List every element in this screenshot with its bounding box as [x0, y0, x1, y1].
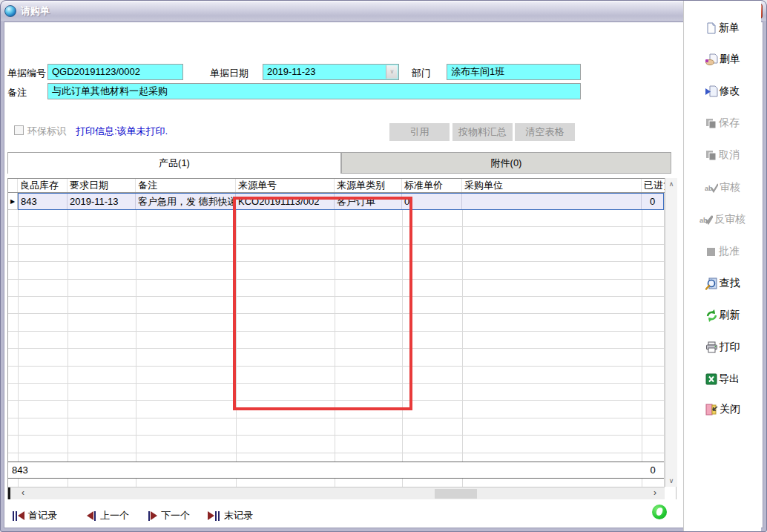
save-button: 保存 — [684, 114, 761, 133]
tab-attachment[interactable]: 附件(0) — [341, 152, 671, 174]
approve-button: 批准 — [684, 242, 761, 261]
app-window: 请购单 ▁ □ ✕ 单据编号 QGD20191123/0002 单据日期 201… — [0, 0, 767, 532]
doc-date-value: 2019-11-23 — [267, 66, 316, 77]
column-header-required-date[interactable]: 要求日期 — [68, 179, 136, 192]
find-button[interactable]: 查找 — [684, 274, 761, 293]
current-row-marker: ▶ — [8, 193, 18, 210]
save-label: 保存 — [719, 116, 740, 130]
new-doc-button[interactable]: 新单 — [684, 19, 761, 38]
previous-record-button[interactable]: 上一个 — [87, 509, 129, 522]
last-record-button[interactable]: 末记录 — [208, 509, 253, 522]
title-bar[interactable]: 请购单 ▁ □ ✕ — [1, 1, 766, 21]
cancel-icon — [705, 149, 717, 161]
product-grid: 良品库存 要求日期 备注 来源单号 来源单类别 标准单价 采购单位 已进货数量 — [7, 178, 677, 499]
column-header-source-no[interactable]: 来源单号 — [236, 179, 335, 192]
delete-doc-button[interactable]: 删单 — [684, 50, 761, 69]
export-button[interactable]: 导出 — [684, 370, 761, 389]
print-button[interactable]: 打印 — [684, 338, 761, 357]
modify-button[interactable]: 修改 — [684, 82, 761, 101]
scroll-down-icon[interactable]: ∨ — [665, 475, 677, 487]
first-record-button[interactable]: 首记录 — [12, 509, 57, 522]
close-form-button[interactable]: 关闭 — [684, 400, 761, 419]
column-header-purchase-unit[interactable]: 采购单位 — [462, 179, 642, 192]
find-label: 查找 — [720, 277, 740, 290]
summary-stock-total: 843 — [12, 464, 28, 476]
cell-stock[interactable]: 843 — [19, 194, 68, 209]
audit-label: 审核 — [720, 181, 740, 194]
export-excel-icon — [705, 373, 717, 385]
new-doc-icon — [705, 22, 717, 34]
client-area: 单据编号 QGD20191123/0002 单据日期 2019-11-23 ∨ … — [4, 22, 763, 528]
unaudit-label: 反审核 — [714, 213, 745, 226]
eco-checkbox-label: 环保标识 — [27, 125, 66, 137]
eco-checkbox[interactable] — [14, 125, 24, 135]
doc-date-combo[interactable]: 2019-11-23 ∨ — [263, 64, 399, 80]
audit-button: ab 审核 — [684, 178, 761, 197]
last-record-icon — [208, 511, 220, 521]
column-header-std-price[interactable]: 标准单价 — [402, 179, 462, 192]
close-door-icon — [705, 403, 718, 416]
grid-column-divider — [462, 193, 463, 487]
grid-body: ▶ 843 2019-11-13 客户急用，发 德邦快递· KCO2019111… — [8, 193, 665, 487]
scroll-right-icon[interactable]: › — [649, 487, 661, 499]
remark-input[interactable]: 与此订单其他材料一起采购 — [47, 83, 581, 99]
column-header-remark[interactable]: 备注 — [136, 179, 236, 192]
unaudit-button: ab 反审核 — [684, 210, 761, 229]
cell-received-qty[interactable]: 0 — [642, 194, 663, 209]
modify-icon — [705, 85, 718, 97]
cell-purchase-unit[interactable] — [462, 194, 642, 209]
column-header-stock[interactable]: 良品库存 — [18, 179, 68, 192]
vertical-scrollbar[interactable]: ∧ ∨ — [665, 178, 677, 487]
dept-input[interactable]: 涂布车间1班 — [447, 64, 581, 80]
grid-header-row: 良品库存 要求日期 备注 来源单号 来源单类别 标准单价 采购单位 已进货数量 — [8, 178, 665, 193]
clear-table-button[interactable]: 清空表格 — [515, 123, 575, 141]
export-label: 导出 — [719, 372, 740, 386]
horizontal-scrollbar[interactable]: ‹ › — [8, 487, 665, 499]
audit-icon: ab — [705, 183, 718, 193]
cell-remark[interactable]: 客户急用，发 德邦快递· — [136, 194, 236, 209]
save-icon — [705, 117, 717, 129]
print-info-text: 打印信息:该单未打印. — [76, 125, 168, 137]
grid-column-divider — [642, 193, 642, 487]
delete-doc-icon — [705, 53, 718, 66]
app-icon — [4, 5, 16, 17]
record-splitter[interactable] — [8, 487, 10, 499]
cancel-label: 取消 — [719, 148, 740, 162]
dept-label: 部门 — [412, 68, 431, 79]
find-icon — [705, 278, 718, 290]
highlight-rectangle — [233, 197, 412, 410]
next-record-button[interactable]: 下一个 — [148, 509, 190, 522]
column-header-received-qty[interactable]: 已进货数量 — [642, 179, 665, 192]
grid-selector-header — [8, 179, 18, 192]
refresh-icon — [705, 309, 718, 322]
scrollbar-thumb[interactable] — [435, 489, 477, 499]
print-icon — [705, 341, 718, 353]
first-record-label: 首记录 — [28, 509, 57, 522]
grid-column-divider — [136, 193, 136, 487]
column-header-source-type[interactable]: 来源单类别 — [335, 179, 402, 192]
doc-no-label: 单据编号 — [7, 68, 46, 79]
dropdown-arrow-icon[interactable]: ∨ — [386, 65, 398, 79]
delete-doc-label: 删单 — [720, 53, 740, 66]
doc-no-input[interactable]: QGD20191123/0002 — [47, 64, 183, 80]
summarize-by-material-button[interactable]: 按物料汇总 — [452, 123, 513, 141]
modify-label: 修改 — [720, 85, 740, 98]
first-record-icon — [12, 511, 24, 521]
close-form-label: 关闭 — [720, 403, 740, 416]
tab-product[interactable]: 产品(1) — [7, 152, 341, 174]
grid-column-divider — [18, 193, 19, 487]
refresh-button[interactable]: 刷新 — [684, 306, 761, 325]
refresh-label: 刷新 — [720, 309, 740, 322]
next-record-icon — [148, 511, 157, 521]
scroll-left-icon[interactable]: ‹ — [17, 487, 29, 499]
approve-icon — [705, 246, 717, 257]
cancel-button: 取消 — [684, 145, 761, 165]
remark-label: 备注 — [7, 87, 27, 99]
previous-record-icon — [87, 511, 96, 521]
grid-column-divider — [68, 193, 68, 487]
cell-required-date[interactable]: 2019-11-13 — [68, 194, 136, 209]
approve-label: 批准 — [719, 245, 740, 258]
scroll-up-icon[interactable]: ∧ — [665, 178, 677, 190]
reference-button[interactable]: 引用 — [389, 123, 450, 141]
unaudit-icon: ab — [699, 214, 713, 225]
